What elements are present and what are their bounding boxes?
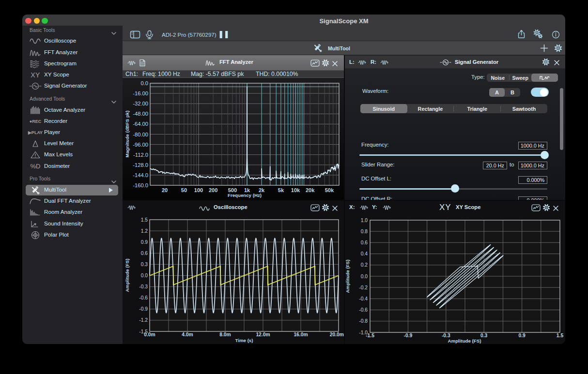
svg-text:Amplitude (FS): Amplitude (FS)	[124, 259, 130, 292]
svg-text:12.0m: 12.0m	[256, 332, 270, 337]
svg-text:500: 500	[228, 187, 237, 193]
svg-text:-144.0: -144.0	[133, 172, 148, 178]
svg-text:-80.00: -80.00	[133, 132, 148, 137]
svg-text:0.3: 0.3	[141, 262, 148, 267]
svg-text:-0.3: -0.3	[442, 333, 450, 338]
svg-text:1.2: 1.2	[141, 228, 148, 234]
svg-text:0.3: 0.3	[480, 333, 488, 338]
svg-text:50: 50	[181, 187, 187, 193]
svg-text:-0.4: -0.4	[359, 296, 368, 301]
svg-text:-0.2: -0.2	[359, 285, 368, 290]
svg-text:-32.00: -32.00	[133, 101, 148, 106]
svg-text:5k: 5k	[278, 187, 284, 193]
svg-text:2k: 2k	[259, 187, 265, 193]
svg-text:0.8: 0.8	[361, 229, 368, 234]
svg-text:Frequency (Hz): Frequency (Hz)	[228, 193, 262, 198]
svg-text:0.9: 0.9	[141, 239, 148, 245]
svg-text:Time (s): Time (s)	[235, 338, 253, 343]
svg-text:16.0m: 16.0m	[294, 332, 308, 337]
svg-text:-128.0: -128.0	[133, 162, 148, 168]
svg-text:-112.0: -112.0	[133, 152, 148, 158]
svg-text:4.0m: 4.0m	[182, 332, 193, 337]
svg-text:Amplitude (FS): Amplitude (FS)	[345, 260, 350, 293]
svg-text:Amplitude (FS): Amplitude (FS)	[448, 338, 481, 344]
svg-text:0.0: 0.0	[361, 274, 368, 279]
svg-text:50k: 50k	[325, 187, 334, 193]
svg-text:-0.9: -0.9	[139, 306, 148, 312]
svg-text:-1.2: -1.2	[139, 317, 148, 323]
svg-text:0.9: 0.9	[518, 333, 526, 338]
svg-text:0.6: 0.6	[361, 240, 368, 245]
svg-text:10k: 10k	[291, 187, 300, 193]
svg-text:Magnitude (dBFS pk): Magnitude (dBFS pk)	[124, 111, 130, 158]
svg-text:200: 200	[209, 187, 217, 193]
svg-text:-48.00: -48.00	[133, 111, 148, 117]
svg-text:-96.00: -96.00	[133, 142, 148, 148]
svg-text:20k: 20k	[306, 187, 315, 193]
svg-text:20: 20	[162, 187, 168, 193]
svg-text:-0.3: -0.3	[139, 284, 148, 289]
svg-text:-0.6: -0.6	[359, 307, 368, 313]
svg-text:-0.9: -0.9	[404, 333, 413, 338]
svg-text:8.0m: 8.0m	[219, 332, 231, 337]
svg-text:-16.00: -16.00	[133, 90, 148, 96]
svg-text:-160.0: -160.0	[133, 182, 148, 188]
svg-text:100: 100	[194, 187, 203, 193]
svg-text:-64.00: -64.00	[133, 121, 148, 127]
svg-text:0.0m: 0.0m	[144, 332, 155, 337]
svg-text:0.0: 0.0	[140, 80, 148, 86]
svg-text:0.6: 0.6	[141, 251, 148, 256]
svg-text:20.0m: 20.0m	[330, 332, 344, 337]
svg-text:1.5: 1.5	[141, 217, 148, 223]
svg-text:1.5: 1.5	[557, 333, 564, 338]
svg-text:1k: 1k	[244, 187, 250, 193]
svg-text:0.2: 0.2	[361, 262, 368, 268]
svg-text:1.0: 1.0	[361, 218, 368, 223]
svg-text:0.4: 0.4	[361, 251, 368, 256]
svg-text:-1.5: -1.5	[366, 333, 374, 338]
svg-text:-0.8: -0.8	[359, 318, 368, 324]
svg-text:-0.6: -0.6	[139, 295, 148, 300]
svg-text:0.0: 0.0	[141, 273, 148, 278]
